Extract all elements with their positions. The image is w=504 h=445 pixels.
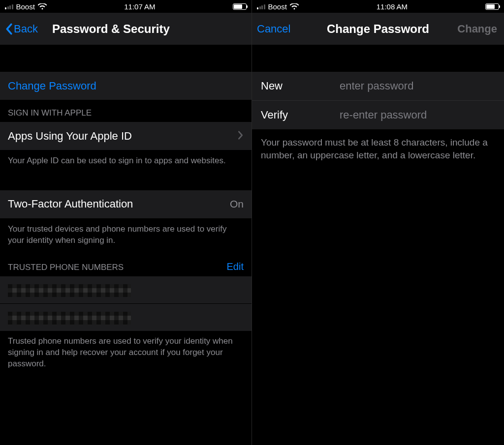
screen-password-security: Boost 11:07 AM Back Password & Security …	[0, 0, 252, 445]
new-password-input[interactable]	[340, 80, 496, 92]
new-password-row: New	[252, 72, 504, 101]
back-label: Back	[14, 23, 38, 35]
new-label: New	[261, 80, 340, 92]
screen-change-password: Boost 11:08 AM Cancel Change Password Ch…	[252, 0, 504, 445]
password-hint: Your password must be at least 8 charact…	[252, 129, 504, 161]
status-time: 11:07 AM	[124, 2, 155, 11]
nav-bar: Back Password & Security	[0, 13, 252, 45]
battery-icon	[485, 3, 499, 10]
signal-icon	[257, 3, 265, 9]
status-time: 11:08 AM	[377, 2, 408, 11]
cancel-button[interactable]: Cancel	[257, 23, 290, 35]
chevron-right-icon	[238, 130, 244, 143]
content: New Verify Your password must be at leas…	[252, 45, 504, 445]
page-title: Password & Security	[52, 22, 245, 36]
verify-label: Verify	[261, 109, 340, 121]
battery-icon	[233, 3, 247, 10]
edit-button[interactable]: Edit	[227, 261, 244, 272]
two-factor-row[interactable]: Two-Factor Authentication On	[0, 190, 252, 219]
apps-row-label: Apps Using Your Apple ID	[8, 130, 132, 143]
apps-footer: Your Apple ID can be used to sign in to …	[0, 150, 252, 174]
signal-icon	[5, 3, 13, 9]
status-bar: Boost 11:08 AM	[252, 0, 504, 13]
tfa-value: On	[230, 198, 244, 210]
wifi-icon	[38, 3, 47, 10]
trusted-number-row[interactable]	[0, 276, 252, 303]
trusted-number-row[interactable]	[0, 304, 252, 331]
trusted-footer: Trusted phone numbers are used to verify…	[0, 331, 252, 377]
section-header-trusted: TRUSTED PHONE NUMBERS Edit	[0, 253, 252, 276]
content: Change Password SIGN IN WITH APPLE Apps …	[0, 45, 252, 445]
change-password-label: Change Password	[8, 80, 96, 92]
nav-bar: Cancel Change Password Change	[252, 13, 504, 45]
cancel-label: Cancel	[257, 23, 290, 35]
chevron-left-icon	[5, 23, 13, 35]
tfa-label: Two-Factor Authentication	[8, 198, 133, 210]
carrier-label: Boost	[16, 2, 35, 11]
verify-password-row: Verify	[252, 101, 504, 129]
wifi-icon	[290, 3, 299, 10]
apps-using-appleid-row[interactable]: Apps Using Your Apple ID	[0, 122, 252, 150]
change-button[interactable]: Change	[457, 23, 497, 35]
change-password-row[interactable]: Change Password	[0, 72, 252, 100]
back-button[interactable]: Back	[5, 23, 38, 35]
verify-password-input[interactable]	[340, 109, 496, 121]
password-form: New Verify	[252, 72, 504, 129]
carrier-label: Boost	[268, 2, 287, 11]
section-header-signin: SIGN IN WITH APPLE	[0, 100, 252, 122]
tfa-footer: Your trusted devices and phone numbers a…	[0, 219, 252, 253]
status-bar: Boost 11:07 AM	[0, 0, 252, 13]
